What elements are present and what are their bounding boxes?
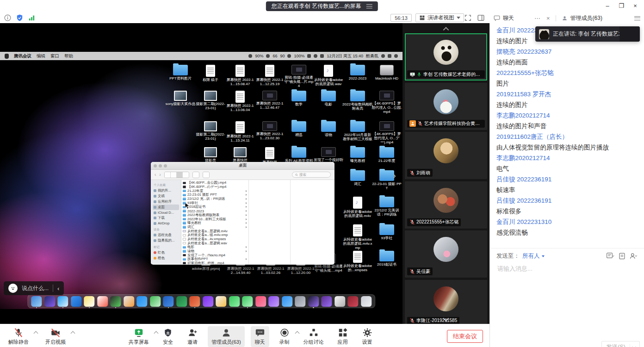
mirroring-icon[interactable] (320, 54, 324, 58)
toolbar-应用[interactable]: 应用 (334, 326, 352, 347)
finder-file-row[interactable]: 2022年10...材料三大模板 (181, 217, 248, 221)
minimize-traffic-light[interactable] (159, 164, 162, 167)
apple-menu-icon[interactable] (5, 54, 9, 59)
zoom-traffic-light[interactable] (164, 164, 167, 167)
toolbar-共享屏幕[interactable]: 共享屏幕 (125, 326, 153, 347)
desktop-icon[interactable]: 精选 (284, 121, 314, 137)
finder-sidebar-item[interactable]: 远程光盘 (153, 232, 179, 238)
finder-file-row[interactable]: 好莱坞电影...特效...mp4 (181, 261, 248, 264)
dock-app-excel[interactable] (176, 296, 187, 307)
desktop-icon[interactable]: 数学 (284, 91, 314, 106)
dock-app-keynote[interactable] (282, 296, 292, 307)
announcement-icon[interactable] (619, 253, 625, 260)
mac-menu-窗口[interactable]: 窗口 (50, 53, 59, 59)
chat-tab[interactable]: 聊天 (503, 14, 514, 22)
desktop-icon[interactable]: 摄影第二期(2022-23-01) (195, 91, 226, 110)
finder-file-row[interactable]: 22-23-01 摄影 PPT (181, 193, 248, 197)
dock-app-numbers[interactable] (150, 296, 161, 307)
desktop-icon[interactable]: 22-23-01 摄影 PPT (372, 170, 402, 190)
desktop-icon[interactable]: 2022年10月最新教学材料三大模板 (342, 121, 373, 141)
banner-menu-icon[interactable] (366, 4, 372, 8)
dock-app-star[interactable] (321, 296, 332, 307)
desktop-icon[interactable]: 系列 AE教学资料 (284, 147, 314, 163)
desktop-icon[interactable]: 21-22年度 (372, 147, 402, 163)
desktop-icon[interactable]: 从特效史看adobe的底层逻辑.wav (313, 65, 344, 86)
dock-app-finder[interactable] (31, 296, 42, 307)
network-signal-icon[interactable] (28, 14, 36, 22)
participant-tile[interactable]: 吴佳豪 (405, 230, 487, 278)
finder-file-row[interactable]: 2018起证书 (181, 205, 248, 209)
toolbar-开启视频[interactable]: 开启视频 (42, 326, 69, 347)
mac-menu-腾讯会议[interactable]: 腾讯会议 (14, 53, 31, 59)
back-button[interactable]: ‹ (155, 172, 156, 177)
chevron-up-icon[interactable] (71, 331, 75, 336)
side-panel-toggle-icon[interactable] (477, 14, 485, 22)
dock-app-safari[interactable] (57, 296, 68, 307)
finder-file-row[interactable]: 故事创作PPT (181, 257, 248, 261)
finder-sidebar-item[interactable]: 桌面 (153, 204, 179, 210)
dock-app-word[interactable] (163, 296, 173, 307)
minimize-button[interactable]: – (601, 0, 614, 11)
send-to-selector[interactable]: 所有人 (522, 252, 545, 260)
toolbar-设置[interactable]: 设置 (358, 326, 377, 347)
battery-icon[interactable] (307, 54, 311, 58)
desktop-icon[interactable]: sony摄影大奖作品 (165, 91, 196, 106)
finder-file-row[interactable]: 2022考核教师版附表 (181, 213, 248, 217)
participant-tile[interactable]: 李创 艺传数媒艺术老师的屏... (405, 33, 487, 81)
finder-window[interactable]: 桌面 ‹ › 搜索 个人收藏我的所...文稿应用程序桌面iCloud D...下… (151, 162, 334, 265)
desktop-icon[interactable]: 2022考核数码相机附表高 (342, 91, 373, 111)
finder-file-row[interactable]: 22/12/2 克...训：PR训练 (181, 197, 248, 201)
finder-sidebar-item[interactable]: iCloud D... (153, 210, 179, 215)
chat-close-button[interactable]: × (546, 15, 550, 22)
finder-file-row[interactable]: 【4K-60FP...のデー).mp4 (181, 185, 248, 189)
finder-file-row[interactable]: 从特效史看a...层逻辑.m4v (181, 229, 248, 233)
dock-app-photos[interactable] (216, 296, 226, 307)
mac-menu-编辑[interactable]: 编辑 (37, 53, 45, 59)
dock-app-stats[interactable] (110, 296, 121, 307)
search-icon[interactable] (381, 54, 385, 58)
desktop-icon[interactable]: 2022-2023 (342, 65, 373, 81)
desktop-icon[interactable]: 词汇 (342, 170, 373, 186)
desktop-icon[interactable]: PPT资料图片 (165, 65, 196, 81)
desktop-icon[interactable]: 从特效史看adobe的底层逻辑.m4v.xmp (342, 224, 373, 250)
dock-app-textedit[interactable] (334, 296, 345, 307)
finder-file-row[interactable]: 从特效史看a...层逻辑.wav (181, 241, 248, 245)
toolbar-录制[interactable]: 录制 (275, 326, 294, 347)
quick-chat-pill[interactable]: 说点什么... ‹ (4, 281, 64, 295)
chevron-up-icon[interactable] (295, 331, 299, 336)
finder-file-row[interactable]: 【4K-60FP...念公园).mp4 (181, 181, 248, 185)
view-mode-button[interactable]: 演讲者视图 (415, 13, 464, 22)
toolbar-分组讨论[interactable]: 分组讨论 (300, 326, 328, 347)
dock-app-premiere[interactable] (308, 296, 319, 307)
desktop-icon[interactable]: 权限 稿子 (195, 65, 226, 82)
chat-message-input[interactable] (496, 265, 635, 273)
finder-sidebar-item[interactable]: AirDrop (153, 221, 179, 226)
chat-more-button[interactable]: ⋯ (534, 15, 541, 22)
viewing-banner[interactable]: 您正在观看李创 艺传数媒艺...的屏幕 (266, 1, 378, 11)
desktop-icon[interactable]: 读物 (313, 121, 344, 137)
participant-tile[interactable]: 2022215555+张芯铭 (405, 181, 487, 229)
desktop-icon[interactable]: Macintosh HD (372, 65, 402, 81)
wifi-icon[interactable] (287, 54, 291, 58)
fullscreen-icon[interactable] (464, 14, 472, 22)
finder-file-row[interactable]: 21-22年度 (181, 189, 248, 193)
toolbar-邀请[interactable]: 邀请 (183, 326, 202, 347)
desktop-icon[interactable]: 曝光教程 (342, 147, 373, 163)
finder-sidebar-item[interactable]: 橙色 (153, 255, 179, 261)
dock-app-launchpad[interactable] (295, 296, 305, 307)
finder-file-row[interactable]: 曝光教程 (181, 221, 248, 225)
finder-file-row[interactable]: 电影 (181, 245, 248, 249)
dock-app-trash[interactable] (361, 296, 372, 307)
forward-button[interactable]: › (159, 172, 161, 177)
finder-file-row[interactable]: 读物 (181, 249, 248, 254)
desktop-icon[interactable]: 摄影第二期(2022-23-01) (195, 121, 226, 141)
status-icons[interactable] (266, 54, 270, 58)
desktop-icon[interactable]: 【4K-60FPS】梦想代理人 O...デー).mp4 (372, 121, 402, 144)
finder-sidebar-item[interactable]: 文稿 (153, 193, 179, 199)
participant-tile[interactable]: 艺术传媒学院科技协会黄俊杰 (405, 83, 487, 130)
finder-sidebar-item[interactable]: 下载 (153, 215, 179, 221)
toolbar-解除静音[interactable]: 解除静音 (5, 326, 32, 347)
maximize-button[interactable]: ❐ (614, 0, 628, 11)
scroll-up-icon[interactable] (443, 27, 449, 33)
dock-app-siri[interactable] (44, 296, 55, 307)
